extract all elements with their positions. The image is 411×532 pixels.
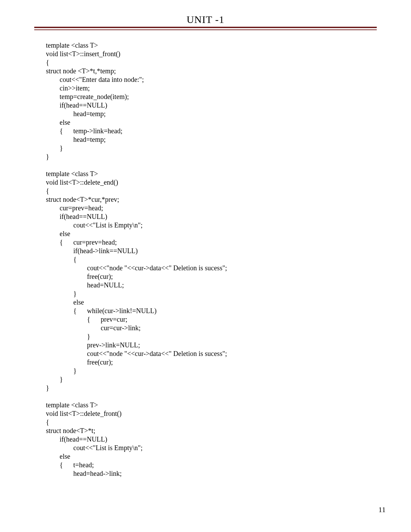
header-divider [34,27,377,30]
page-container: UNIT -1 template <class T> void list<T>:… [0,0,411,478]
code-block: template <class T> void list<T>::insert_… [34,41,377,478]
page-header-title: UNIT -1 [34,14,377,25]
page-number: 11 [378,505,386,514]
